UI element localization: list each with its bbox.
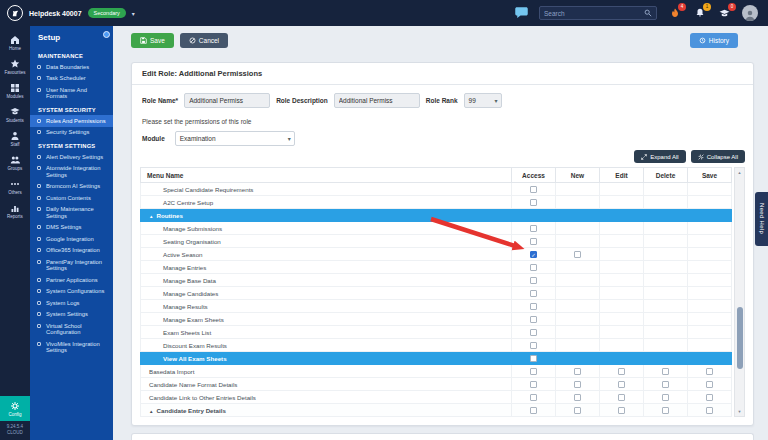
role-name-input[interactable] (184, 93, 270, 108)
permission-checkbox-edit[interactable] (618, 381, 625, 388)
rail-item-students[interactable]: Students (0, 103, 30, 127)
sidebar-item-vivomiles-integration-settings[interactable]: VivoMiles Integration Settings (30, 338, 113, 356)
sidebar-item-system-settings[interactable]: System Settings (30, 309, 113, 321)
students-icon (10, 107, 20, 117)
scroll-up-icon[interactable]: ▲ (735, 168, 744, 177)
module-select[interactable]: Examination (175, 131, 295, 146)
permission-checkbox-access[interactable] (530, 303, 537, 310)
permission-checkbox-new[interactable] (574, 368, 581, 375)
permission-checkbox-save[interactable] (706, 407, 713, 414)
rail-item-others[interactable]: Others (0, 175, 30, 199)
sidebar-item-daily-maintenance-settings[interactable]: Daily Maintenance Settings (30, 204, 113, 222)
cancel-button[interactable]: Cancel (180, 33, 228, 48)
sidebar-item-task-scheduler[interactable]: Task Scheduler (30, 73, 113, 85)
rail-item-reports[interactable]: Reports (0, 199, 30, 223)
permission-checkbox-new[interactable] (574, 251, 581, 258)
rail-item-config[interactable]: Config (0, 396, 30, 421)
user-avatar[interactable] (742, 5, 758, 21)
school-name[interactable]: Helpdesk 40007 (29, 10, 82, 17)
chevron-down-icon[interactable]: ▾ (132, 10, 135, 17)
sidebar-item-system-configurations[interactable]: System Configurations (30, 286, 113, 298)
scrollbar-thumb[interactable] (737, 307, 743, 369)
sidebar-item-parentpay-integration-settings[interactable]: ParentPay Integration Settings (30, 256, 113, 274)
permission-checkbox-access[interactable] (530, 277, 537, 284)
permission-checkbox-access[interactable] (530, 329, 537, 336)
permission-checkbox-access[interactable] (530, 342, 537, 349)
rail-item-favourites[interactable]: Favourites (0, 55, 30, 79)
permission-checkbox-access[interactable] (530, 264, 537, 271)
permission-checkbox-access[interactable] (530, 381, 537, 388)
permission-checkbox-new[interactable] (574, 394, 581, 401)
permission-checkbox-save[interactable] (706, 381, 713, 388)
permission-checkbox-access[interactable] (530, 238, 537, 245)
edit-cell (600, 183, 644, 196)
sidebar-item-virtual-school-configuration[interactable]: Virtual School Configuration (30, 320, 113, 338)
access-cell (512, 209, 556, 222)
scroll-down-icon[interactable]: ▼ (735, 407, 744, 416)
sidebar-item-data-boundaries[interactable]: Data Boundaries (30, 61, 113, 73)
collapse-triangle-icon[interactable]: ▲ (149, 214, 153, 219)
role-description-input[interactable] (334, 93, 420, 108)
permission-checkbox-new[interactable] (574, 407, 581, 414)
permission-checkbox-access[interactable]: ✓ (530, 251, 537, 258)
sidebar-item-partner-applications[interactable]: Partner Applications (30, 274, 113, 286)
permission-checkbox-access[interactable] (530, 407, 537, 414)
graduation-cap-icon[interactable]: 0 (717, 6, 732, 21)
sidebar-item-atomwide-integration-settings[interactable]: Atomwide Integration Settings (30, 163, 113, 181)
rail-item-modules[interactable]: Modules (0, 79, 30, 103)
permission-checkbox-save[interactable] (706, 394, 713, 401)
permissions-note: Please set the permissions of this role (132, 110, 753, 125)
search-icon[interactable] (644, 9, 652, 17)
sidebar-item-office365-integration[interactable]: Office365 Integration (30, 245, 113, 257)
sidebar-item-roles-and-permissions[interactable]: Roles And Permissions (30, 115, 113, 127)
permission-checkbox-delete[interactable] (662, 381, 669, 388)
role-rank-select[interactable]: 99 (464, 93, 502, 108)
chat-icon[interactable] (514, 6, 529, 21)
permission-checkbox-access[interactable] (530, 368, 537, 375)
menu-item-icon (37, 130, 41, 134)
table-row-routines[interactable]: ▲Routines (141, 209, 732, 222)
need-help-tab[interactable]: Need Help (755, 192, 768, 246)
hot-updates-icon[interactable]: 4 (667, 6, 682, 21)
history-button[interactable]: History (690, 33, 738, 48)
edit-cell (600, 352, 644, 365)
table-row-candidate-entry-details[interactable]: ▲Candidate Entry Details (141, 404, 732, 417)
table-scrollbar[interactable]: ▲ ▼ (734, 167, 745, 417)
rail-item-staff[interactable]: Staff (0, 127, 30, 151)
permission-checkbox-access[interactable] (530, 290, 537, 297)
collapse-all-button[interactable]: Collapse All (691, 150, 745, 163)
permission-checkbox-edit[interactable] (618, 394, 625, 401)
sidebar-item-dms-settings[interactable]: DMS Settings (30, 222, 113, 234)
sidebar-item-alert-delivery-settings[interactable]: Alert Delivery Settings (30, 151, 113, 163)
permission-checkbox-delete[interactable] (662, 368, 669, 375)
permission-checkbox-delete[interactable] (662, 407, 669, 414)
sidebar-item-security-settings[interactable]: Security Settings (30, 127, 113, 139)
permission-checkbox-save[interactable] (706, 368, 713, 375)
sidebar-item-bromcom-ai-settings[interactable]: Bromcom AI Settings (30, 181, 113, 193)
menu-item-icon (37, 289, 41, 293)
search-input[interactable] (544, 10, 641, 17)
permission-checkbox-new[interactable] (574, 381, 581, 388)
permission-checkbox-access[interactable] (530, 355, 537, 362)
permission-checkbox-access[interactable] (530, 316, 537, 323)
groups-icon (10, 155, 20, 165)
permission-checkbox-access[interactable] (530, 199, 537, 206)
permission-checkbox-access[interactable] (530, 394, 537, 401)
bromcom-logo[interactable] (7, 5, 23, 21)
sidebar-pin-badge[interactable] (103, 31, 110, 38)
permission-checkbox-access[interactable] (530, 225, 537, 232)
permission-checkbox-delete[interactable] (662, 394, 669, 401)
rail-item-home[interactable]: Home (0, 31, 30, 55)
sidebar-item-custom-contents[interactable]: Custom Contents (30, 192, 113, 204)
sidebar-item-google-integration[interactable]: Google Integration (30, 233, 113, 245)
sidebar-item-user-name-and-formats[interactable]: User Name And Formats (30, 84, 113, 102)
permission-checkbox-edit[interactable] (618, 368, 625, 375)
collapse-triangle-icon[interactable]: ▲ (149, 409, 153, 414)
bell-icon[interactable]: 1 (692, 6, 707, 21)
save-button[interactable]: Save (131, 33, 174, 48)
permission-checkbox-edit[interactable] (618, 407, 625, 414)
permission-checkbox-access[interactable] (530, 186, 537, 193)
sidebar-item-system-logs[interactable]: System Logs (30, 297, 113, 309)
rail-item-groups[interactable]: Groups (0, 151, 30, 175)
expand-all-button[interactable]: Expand All (634, 150, 685, 163)
